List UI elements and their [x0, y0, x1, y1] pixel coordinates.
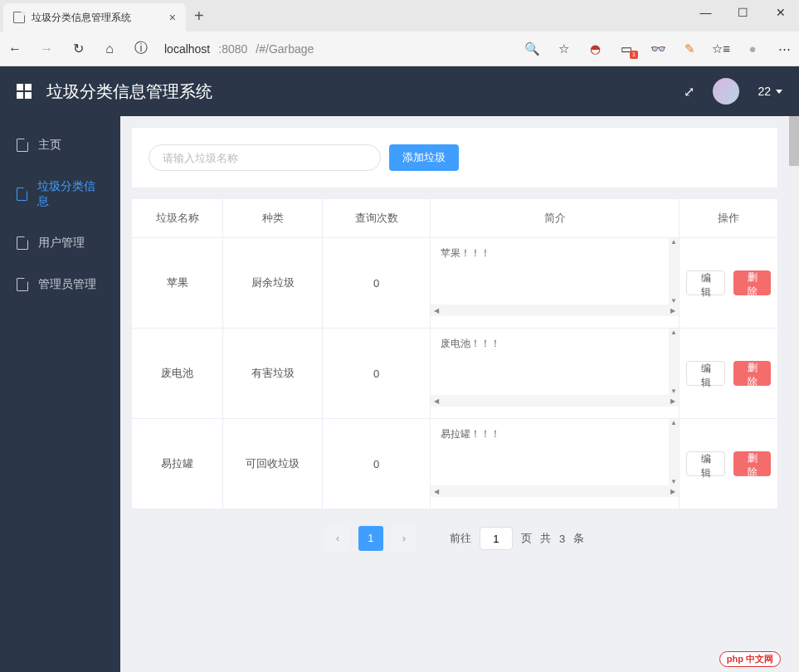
scroll-up-icon[interactable]: ▲ [670, 329, 677, 336]
desc-h-scrollbar[interactable]: ◀▶ [431, 395, 679, 407]
info-icon[interactable]: ⓘ [133, 40, 149, 57]
th-desc: 简介 [431, 199, 680, 237]
th-name: 垃圾名称 [132, 199, 223, 237]
table-row: 废电池 有害垃圾 0 废电池！！！ ▲▼ ◀▶ 编辑 删除 [132, 329, 777, 419]
shield-icon[interactable]: ◓ [587, 41, 603, 57]
desc-text[interactable]: 易拉罐！！！ ▲▼ [431, 419, 679, 485]
cell-desc: 易拉罐！！！ ▲▼ ◀▶ [431, 419, 680, 509]
cell-name: 苹果 [132, 238, 223, 328]
favorites-list-icon[interactable]: ☆≡ [713, 41, 729, 57]
delete-button[interactable]: 删除 [733, 361, 771, 386]
page-icon [13, 12, 25, 23]
edit-button[interactable]: 编辑 [686, 270, 725, 295]
minimize-button[interactable]: — [687, 0, 724, 25]
th-type: 种类 [223, 199, 323, 237]
menu-grid-icon[interactable] [17, 84, 32, 99]
back-button[interactable]: ← [7, 41, 23, 56]
sidebar-item-users[interactable]: 用户管理 [0, 222, 120, 264]
avatar[interactable] [713, 78, 739, 105]
sidebar-item-label: 管理员管理 [38, 277, 96, 292]
refresh-button[interactable]: ↻ [70, 41, 86, 56]
close-window-button[interactable]: ✕ [762, 0, 799, 25]
scroll-left-icon[interactable]: ◀ [434, 307, 439, 314]
cell-actions: 编辑 删除 [680, 419, 777, 509]
document-icon [17, 236, 28, 250]
forward-button[interactable]: → [38, 41, 55, 56]
cell-count: 0 [323, 329, 431, 418]
vertical-scrollbar[interactable] [789, 116, 799, 672]
desc-text[interactable]: 废电池！！！ ▲▼ [431, 329, 679, 395]
more-icon[interactable]: ⋯ [776, 41, 792, 57]
cell-type: 可回收垃圾 [223, 419, 323, 509]
desc-v-scrollbar[interactable]: ▲▼ [669, 238, 679, 304]
url-host: localhost [164, 42, 210, 56]
scroll-left-icon[interactable]: ◀ [434, 488, 439, 495]
cell-actions: 编辑 删除 [680, 238, 777, 328]
toolbar-icons: 🔍 ☆ ◓ ▭ 👓 ✎ ☆≡ ● ⋯ [524, 41, 792, 57]
new-tab-button[interactable]: + [186, 0, 212, 32]
sidebar-item-garbage[interactable]: 垃圾分类信息 [0, 166, 120, 222]
desc-h-scrollbar[interactable]: ◀▶ [431, 485, 679, 497]
extension3-icon[interactable]: ✎ [681, 41, 698, 57]
scroll-up-icon[interactable]: ▲ [670, 419, 677, 426]
scroll-up-icon[interactable]: ▲ [670, 238, 677, 246]
window-controls: — ☐ ✕ [687, 0, 799, 25]
scroll-down-icon[interactable]: ▼ [670, 387, 677, 395]
th-ops: 操作 [680, 199, 777, 237]
app-title: 垃圾分类信息管理系统 [46, 80, 212, 103]
scroll-right-icon[interactable]: ▶ [670, 307, 675, 314]
desc-v-scrollbar[interactable]: ▲▼ [669, 329, 679, 395]
sidebar-item-label: 主页 [38, 138, 61, 153]
scroll-down-icon[interactable]: ▼ [670, 297, 677, 304]
cell-count: 0 [323, 419, 431, 509]
user-dropdown[interactable]: 22 [758, 85, 782, 98]
cell-type: 有害垃圾 [223, 329, 323, 418]
cell-desc: 废电池！！！ ▲▼ ◀▶ [431, 329, 680, 418]
browser-tab[interactable]: 垃圾分类信息管理系统 × [3, 3, 186, 32]
sidebar-item-home[interactable]: 主页 [0, 124, 120, 166]
tab-bar: 垃圾分类信息管理系统 × + — ☐ ✕ [0, 0, 799, 32]
favorite-icon[interactable]: ☆ [555, 41, 572, 57]
delete-button[interactable]: 删除 [733, 270, 771, 295]
total-suffix: 条 [573, 531, 584, 546]
table-header: 垃圾名称 种类 查询次数 简介 操作 [132, 199, 777, 238]
scroll-right-icon[interactable]: ▶ [670, 488, 675, 495]
search-input[interactable] [149, 144, 381, 171]
extension2-icon[interactable]: 👓 [650, 41, 666, 57]
desc-h-scrollbar[interactable]: ◀▶ [431, 304, 679, 316]
prev-page-button[interactable]: ‹ [325, 526, 350, 551]
maximize-button[interactable]: ☐ [724, 0, 762, 25]
scroll-right-icon[interactable]: ▶ [670, 397, 675, 405]
url-port: :8080 [218, 42, 247, 56]
goto-page-input[interactable] [480, 527, 513, 550]
url-input[interactable]: localhost:8080/#/Garbage [164, 42, 509, 56]
search-icon[interactable]: 🔍 [524, 41, 540, 57]
home-button[interactable]: ⌂ [101, 41, 118, 56]
sidebar-item-admins[interactable]: 管理员管理 [0, 264, 120, 305]
sidebar-item-label: 垃圾分类信息 [37, 179, 104, 209]
add-garbage-button[interactable]: 添加垃圾 [389, 144, 459, 171]
edit-button[interactable]: 编辑 [686, 361, 725, 386]
cell-count: 0 [323, 238, 431, 328]
total-prefix: 共 [540, 531, 551, 546]
table-row: 易拉罐 可回收垃圾 0 易拉罐！！！ ▲▼ ◀▶ 编辑 删除 [132, 419, 777, 509]
desc-text[interactable]: 苹果！！！ ▲▼ [431, 238, 679, 304]
chevron-down-icon [776, 90, 782, 94]
extension-icon[interactable]: ▭ [618, 41, 635, 57]
profile-icon[interactable]: ● [744, 41, 761, 57]
next-page-button[interactable]: › [392, 526, 417, 551]
desc-v-scrollbar[interactable]: ▲▼ [669, 419, 679, 485]
edit-button[interactable]: 编辑 [686, 451, 725, 476]
delete-button[interactable]: 删除 [733, 451, 771, 476]
app-body: 主页 垃圾分类信息 用户管理 管理员管理 添加垃圾 垃圾名称 种类 查询次数 简… [0, 116, 799, 672]
scroll-down-icon[interactable]: ▼ [670, 478, 677, 485]
browser-chrome: 垃圾分类信息管理系统 × + — ☐ ✕ ← → ↻ ⌂ ⓘ localhost… [0, 0, 799, 66]
fullscreen-icon[interactable]: ⤢ [684, 84, 694, 100]
total-count: 3 [559, 533, 565, 545]
sidebar: 主页 垃圾分类信息 用户管理 管理员管理 [0, 116, 120, 672]
close-tab-icon[interactable]: × [169, 11, 176, 24]
address-bar: ← → ↻ ⌂ ⓘ localhost:8080/#/Garbage 🔍 ☆ ◓… [0, 32, 799, 66]
page-1-button[interactable]: 1 [358, 526, 383, 551]
scroll-left-icon[interactable]: ◀ [434, 397, 439, 405]
garbage-table: 垃圾名称 种类 查询次数 简介 操作 苹果 厨余垃圾 0 苹果！！！ ▲▼ ◀▶ [132, 199, 777, 509]
